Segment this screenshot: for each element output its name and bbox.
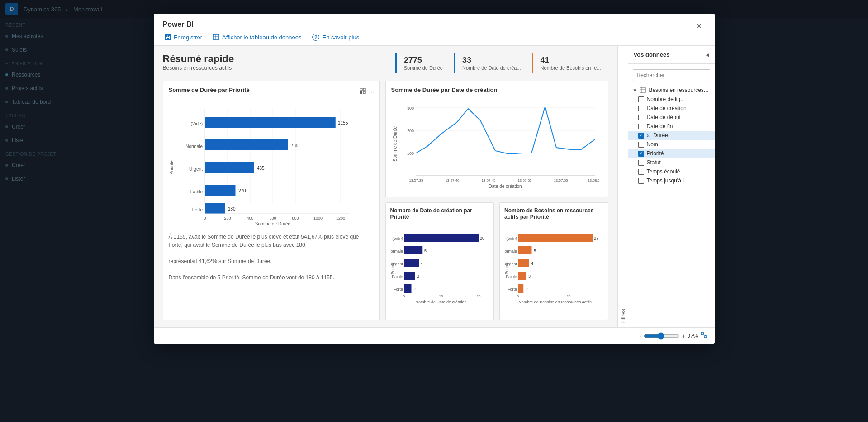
svg-rect-83 (518, 234, 593, 242)
help-button[interactable]: ? En savoir plus (310, 33, 361, 42)
kpi-duree-value: 2775 (404, 56, 443, 65)
svg-rect-62 (404, 234, 479, 242)
svg-text:435: 435 (257, 166, 265, 171)
svg-text:100: 100 (407, 151, 413, 156)
chart-duree-date: Somme de Durée par Date de création Somm… (385, 81, 608, 197)
svg-text:(Vide): (Vide) (392, 236, 403, 241)
checkbox-5[interactable] (638, 142, 644, 148)
svg-text:Urgent: Urgent (189, 167, 202, 172)
svg-text:Nombre de Date de création: Nombre de Date de création (415, 300, 466, 304)
svg-text:13:57:50: 13:57:50 (517, 178, 532, 182)
svg-text:3: 3 (528, 274, 531, 278)
save-button[interactable]: Enregistrer (163, 33, 204, 42)
tree-item-label-7: Statut (647, 159, 661, 166)
kpi-duree: 2775 Somme de Durée (395, 53, 450, 73)
tree-item-6[interactable]: ✓ Priorité (628, 149, 715, 158)
summary-title: Résumé rapide (163, 53, 234, 65)
charts-grid: Somme de Durée par Priorité (163, 81, 608, 320)
kpi-duree-label: Somme de Durée (404, 65, 443, 71)
tree-item-0[interactable]: Nombre de lig... (628, 95, 715, 104)
zoom-fit-button[interactable] (700, 331, 707, 340)
svg-rect-86 (518, 246, 532, 254)
kpi-besoins-value: 41 (541, 56, 601, 65)
summary-subtitle: Besoins en ressources actifs (163, 65, 234, 71)
chart-more-btn-1[interactable]: ··· (369, 87, 374, 96)
tree-item-label-6: Priorité (647, 150, 664, 157)
checkbox-6[interactable]: ✓ (638, 151, 644, 157)
modal-close-button[interactable]: × (693, 20, 706, 33)
tree-item-label-8: Temps écoulé ... (647, 168, 686, 175)
svg-rect-106 (704, 336, 707, 338)
tree-item-label-1: Date de création (647, 105, 687, 111)
svg-text:2: 2 (526, 287, 528, 291)
filters-label[interactable]: Filtres (618, 46, 628, 327)
checkbox-7[interactable] (638, 160, 644, 166)
expand-icon: ▼ (633, 88, 637, 93)
right-col: Somme de Durée par Date de création Somm… (385, 81, 608, 320)
svg-rect-3 (167, 36, 168, 37)
zoom-slider[interactable] (644, 332, 680, 340)
zoom-minus-button[interactable]: - (640, 332, 642, 340)
fit-icon (700, 331, 707, 339)
svg-rect-24 (205, 139, 288, 150)
svg-rect-65 (404, 246, 422, 254)
collapse-button[interactable]: ◂ (706, 50, 709, 59)
svg-text:200: 200 (224, 216, 231, 221)
chart-filter-btn-1[interactable] (359, 87, 366, 96)
svg-text:0: 0 (204, 216, 206, 221)
description-text: À 1155, avait le Somme de Durée le plus … (169, 233, 374, 282)
power-bi-modal: Power BI × Enregistrer (154, 14, 715, 344)
svg-text:5: 5 (424, 249, 427, 253)
svg-text:Forte: Forte (508, 287, 517, 292)
tree-item-7[interactable]: Statut (628, 158, 715, 167)
sigma-icon-4: Σ (647, 133, 650, 138)
kpi-date: 33 Nombre de Date de créa... (454, 53, 528, 73)
svg-text:Faible: Faible (392, 274, 403, 279)
kpi-besoins: 41 Nombre de Besoins en re... (532, 53, 608, 73)
tree-item-5[interactable]: Nom (628, 140, 715, 149)
tree-root[interactable]: ▼ Besoins en ressources... (628, 86, 715, 95)
right-panel-header: Vos données ◂ (628, 46, 715, 64)
svg-text:Somme de Durée: Somme de Durée (255, 221, 290, 226)
table-view-button[interactable]: Afficher le tableau de données (211, 33, 303, 42)
checkbox-3[interactable] (638, 124, 644, 129)
tree-item-2[interactable]: Date de début (628, 113, 715, 122)
svg-text:400: 400 (247, 216, 253, 221)
table-icon (213, 34, 219, 40)
checkbox-2[interactable] (638, 115, 644, 120)
modal-header: Power BI × Enregistrer (154, 14, 715, 46)
zoom-plus-button[interactable]: + (682, 332, 685, 340)
bar-chart-date-priorite: Priorité (Vide) 20 Normale 5 (390, 223, 485, 313)
tree-item-3[interactable]: Date de fin (628, 122, 715, 131)
checkbox-8[interactable] (638, 169, 644, 175)
tree-item-1[interactable]: Date de création (628, 104, 715, 113)
summary-header: Résumé rapide Besoins en ressources acti… (163, 53, 608, 73)
svg-rect-68 (404, 259, 419, 267)
svg-text:13:57:35: 13:57:35 (409, 178, 423, 182)
checkbox-4[interactable]: ✓ (638, 133, 644, 139)
chart-actions-1: ··· (359, 87, 374, 96)
tree-item-label-3: Date de fin (647, 123, 673, 129)
tree-item-4[interactable]: ✓ Σ Durée (628, 131, 715, 140)
svg-text:270: 270 (238, 188, 246, 193)
checkbox-9[interactable] (638, 178, 644, 184)
search-input[interactable] (633, 69, 710, 81)
svg-rect-27 (205, 162, 254, 173)
svg-text:Nombre de Besoins en ressource: Nombre de Besoins en ressources actifs (518, 300, 592, 304)
help-icon: ? (312, 34, 319, 41)
tree-item-9[interactable]: Temps jusqu'à l... (628, 176, 715, 185)
summary-left: Résumé rapide Besoins en ressources acti… (163, 53, 234, 71)
svg-text:0: 0 (517, 294, 519, 298)
svg-text:180: 180 (228, 206, 236, 211)
modal-title: Power BI (163, 20, 194, 29)
svg-rect-101 (640, 87, 645, 93)
checkbox-1[interactable] (638, 106, 644, 111)
checkbox-0[interactable] (638, 96, 644, 102)
chart-besoins-priorite-title: Nombre de Besoins en ressources actifs p… (504, 207, 603, 220)
svg-text:13:57:45: 13:57:45 (481, 178, 496, 182)
kpi-row: 2775 Somme de Durée 33 Nombre de Date de… (392, 53, 608, 73)
svg-text:13:58:00: 13:58:00 (588, 178, 599, 182)
svg-rect-74 (404, 284, 412, 293)
tree-item-8[interactable]: Temps écoulé ... (628, 167, 715, 176)
tree-item-label-2: Date de début (647, 114, 681, 120)
